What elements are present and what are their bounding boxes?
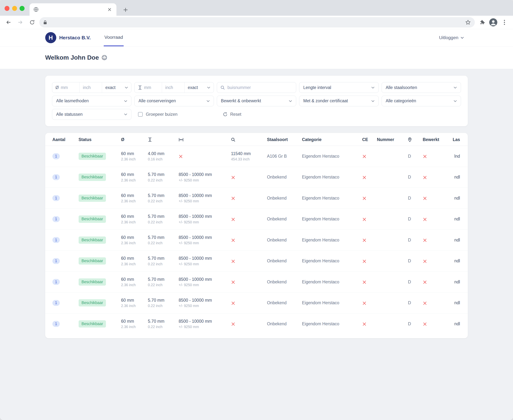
count-badge: 1	[52, 195, 60, 201]
back-button[interactable]	[4, 18, 13, 27]
wall-inch-value: 0.22 inch	[148, 304, 171, 308]
count-badge: 1	[52, 174, 60, 180]
col-status: Status	[71, 133, 114, 146]
certificate-select[interactable]: Met & zonder certificaat	[299, 96, 379, 106]
table-row[interactable]: 1 Beschikbaar 60 mm2.36 inch 5.70 mm0.22…	[45, 209, 468, 230]
table-row[interactable]: 1 Beschikbaar 60 mm2.36 inch 5.70 mm0.22…	[45, 230, 468, 250]
unavailable-x-icon	[362, 196, 366, 201]
table-row[interactable]: 1 Beschikbaar 60 mm2.36 inch 5.70 mm0.22…	[45, 292, 468, 313]
minimize-window-button[interactable]	[12, 6, 17, 11]
group-pipes-label: Groepeer buizen	[146, 112, 178, 117]
close-window-button[interactable]	[5, 6, 10, 11]
categorie-value: Eigendom Herstaco	[302, 175, 339, 180]
pipe-number-input[interactable]	[228, 85, 292, 90]
diameter-mm-input[interactable]	[61, 85, 76, 90]
locatie-value: D	[408, 258, 411, 263]
diameter-mode-select[interactable]: exact	[102, 82, 131, 93]
table-row[interactable]: 1 Beschikbaar 60 mm2.36 inch 5.70 mm0.22…	[45, 167, 468, 188]
diameter-inch-value: 2.36 inch	[121, 157, 141, 161]
col-length-interval	[171, 133, 224, 146]
brand[interactable]: H Herstaco B.V.	[45, 29, 91, 46]
diameter-filter-group: Ø exact	[52, 82, 131, 93]
wall-mode-select[interactable]: exact	[184, 82, 214, 93]
count-badge: 1	[52, 258, 60, 264]
inventory-table: Aantal Status Ø S	[45, 133, 468, 334]
steel-type-select[interactable]: Alle staalsoorten	[382, 82, 461, 93]
browser-tab[interactable]	[30, 3, 117, 16]
table-row[interactable]: 1 Beschikbaar 60 mm2.36 inch 5.70 mm0.22…	[45, 271, 468, 292]
col-las: Las	[442, 133, 468, 146]
diameter-inch-value: 2.36 inch	[121, 262, 141, 266]
category-select[interactable]: Alle categorieën	[382, 96, 461, 106]
table-row[interactable]: 1 Beschikbaar 60 mm2.36 inch 5.70 mm0.22…	[45, 314, 468, 334]
reset-cell: Reset	[217, 109, 296, 120]
unavailable-x-icon	[423, 175, 427, 180]
welcome-heading: Welkom John Doe	[45, 54, 99, 61]
wall-inch-input[interactable]	[165, 85, 181, 90]
wall-mm-input[interactable]	[144, 85, 158, 90]
logout-menu[interactable]: Uitloggen	[439, 29, 464, 46]
processed-select[interactable]: Bewerkt & onbewerkt	[217, 96, 296, 106]
table-row[interactable]: 1 Beschikbaar 60 mm2.36 inch 5.70 mm0.22…	[45, 250, 468, 271]
table-body: 1 Beschikbaar 60 mm2.36 inch 4.00 mm0.16…	[45, 146, 468, 334]
categorie-value: Eigendom Herstaco	[302, 217, 339, 221]
col-locatie	[401, 133, 416, 146]
weld-method-select[interactable]: Alle lasmethoden	[52, 96, 131, 106]
wall-inch-value: 0.22 inch	[148, 178, 171, 182]
maximize-window-button[interactable]	[20, 6, 24, 11]
site-header: H Herstaco B.V. Voorraad Uitloggen	[0, 29, 513, 46]
url-input[interactable]	[50, 20, 462, 25]
table-row[interactable]: 1 Beschikbaar 60 mm2.36 inch 5.70 mm0.22…	[45, 188, 468, 209]
group-pipes-checkbox[interactable]	[138, 112, 143, 117]
certificate-value: Met & zonder certificaat	[303, 98, 348, 103]
reset-button[interactable]: Reset	[218, 112, 241, 117]
diameter-value: 60 mm	[121, 214, 141, 219]
interval-cell: 8500 - 10000 mm+/- 9250 mm	[171, 271, 224, 292]
bookmark-star-icon[interactable]	[465, 20, 471, 25]
table-row[interactable]: 1 Beschikbaar 60 mm2.36 inch 4.00 mm0.16…	[45, 146, 468, 167]
extensions-puzzle-icon[interactable]	[477, 18, 487, 27]
chevron-down-icon	[124, 100, 127, 102]
diameter-inch-input[interactable]	[83, 85, 98, 90]
ce-cell	[355, 314, 370, 334]
conservation-select[interactable]: Alle conserveringen	[134, 96, 214, 106]
bewerkt-cell	[416, 167, 442, 188]
staalsoort-value: Onbekend	[267, 300, 287, 305]
pipe-number-search[interactable]	[217, 82, 296, 93]
nav-item-voorraad[interactable]: Voorraad	[104, 29, 124, 46]
bewerkt-cell	[416, 314, 442, 334]
status-select[interactable]: Alle statussen	[52, 109, 131, 120]
unavailable-x-icon	[231, 175, 235, 180]
profile-avatar[interactable]	[489, 18, 497, 26]
diameter-value: 60 mm	[121, 235, 141, 240]
locatie-value: D	[408, 196, 411, 201]
categorie-value: Eigendom Herstaco	[302, 196, 339, 201]
forward-button[interactable]	[16, 18, 25, 27]
address-bar[interactable]	[39, 17, 475, 28]
browser-menu-icon[interactable]	[500, 18, 509, 27]
unavailable-x-icon	[231, 259, 235, 263]
unavailable-x-icon	[231, 217, 235, 222]
length-interval-value: Lengte interval	[303, 85, 331, 90]
wall-thickness-icon	[138, 85, 142, 90]
new-tab-button[interactable]	[121, 5, 130, 15]
las-value: ndl	[454, 238, 460, 242]
unavailable-x-icon	[362, 154, 366, 158]
close-tab-icon[interactable]	[107, 7, 112, 12]
staalsoort-value: A106 Gr B	[267, 154, 287, 158]
locatie-value: D	[408, 322, 411, 326]
filter-panel: Ø exact	[45, 76, 468, 127]
unavailable-x-icon	[362, 259, 366, 263]
length-interval-select[interactable]: Lengte interval	[299, 82, 379, 93]
locatie-value: D	[408, 238, 411, 242]
las-value: ndl	[454, 300, 460, 305]
exact-length-cell	[224, 209, 260, 230]
search-small-icon	[231, 137, 235, 142]
diameter-inch-value: 2.36 inch	[121, 325, 141, 329]
wall-value: 5.70 mm	[148, 298, 171, 303]
refresh-button[interactable]	[28, 18, 37, 27]
unavailable-x-icon	[423, 217, 427, 222]
interval-cell: 8500 - 10000 mm+/- 9250 mm	[171, 209, 224, 230]
staalsoort-value: Onbekend	[267, 238, 287, 242]
window-controls	[5, 6, 24, 11]
